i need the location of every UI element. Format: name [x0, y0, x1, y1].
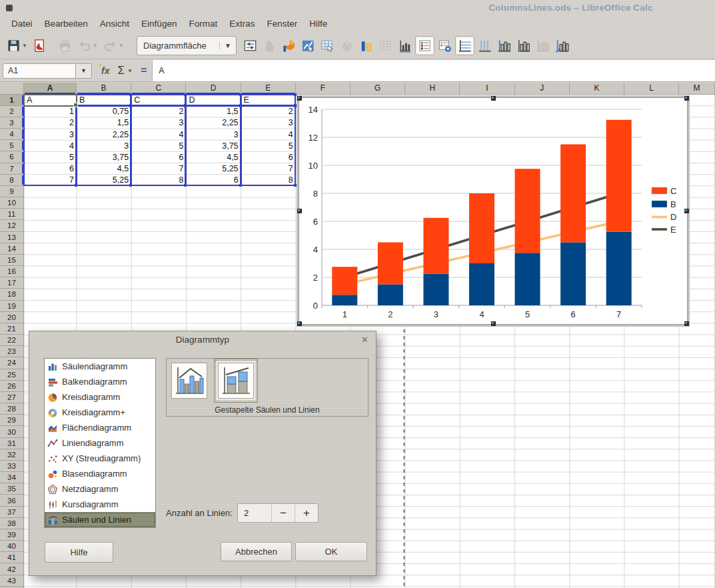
combobox-dropdown-icon[interactable]: ▼: [219, 42, 236, 49]
row-header-31[interactable]: 31: [0, 438, 24, 449]
column-header-M[interactable]: M: [679, 83, 715, 95]
row-header-12[interactable]: 12: [0, 220, 24, 231]
row-header-22[interactable]: 22: [0, 335, 24, 346]
column-header-C[interactable]: C: [131, 83, 186, 95]
column-header-E[interactable]: E: [241, 83, 296, 95]
chart-object[interactable]: 024681012141234567CBDE: [297, 96, 689, 326]
data-ranges-button[interactable]: [299, 37, 317, 55]
row-header-34[interactable]: 34: [0, 472, 24, 483]
column-header-B[interactable]: B: [77, 83, 131, 95]
chart-type-item-bubble[interactable]: Blasendiagramm: [45, 466, 155, 481]
y-axis-button[interactable]: [495, 37, 513, 55]
row-header-27[interactable]: 27: [0, 392, 24, 403]
row-header-10[interactable]: 10: [0, 197, 24, 209]
row-header-36[interactable]: 36: [0, 495, 24, 506]
row-header-25[interactable]: 25: [0, 369, 24, 381]
chart-type-item-colline[interactable]: Säulen und Linien: [45, 512, 155, 527]
row-header-6[interactable]: 6: [0, 151, 24, 163]
row-header-23[interactable]: 23: [0, 346, 24, 357]
name-box[interactable]: A1: [3, 63, 76, 79]
dialog-close-icon[interactable]: ✕: [361, 335, 368, 345]
chart-type-list[interactable]: SäulendiagrammBalkendiagrammKreisdiagram…: [44, 358, 156, 528]
menu-einfgen[interactable]: Einfügen: [135, 17, 183, 31]
row-header-39[interactable]: 39: [0, 529, 24, 541]
subtype-stacked-columns-and-lines[interactable]: [218, 363, 254, 399]
chart-type-item-area[interactable]: Flächendiagramm: [45, 420, 155, 435]
column-header-H[interactable]: H: [405, 83, 460, 95]
active-cell-A1[interactable]: [23, 94, 77, 107]
lines-increase-button[interactable]: +: [295, 504, 318, 522]
row-header-26[interactable]: 26: [0, 381, 24, 392]
function-wizard-icon[interactable]: fx: [101, 65, 109, 76]
row-header-38[interactable]: 38: [0, 518, 24, 529]
export-pdf-button[interactable]: [31, 37, 49, 55]
help-button[interactable]: Hilfe: [45, 542, 113, 563]
name-box-dropdown-icon[interactable]: ▼: [76, 63, 92, 79]
x-axis-button[interactable]: [514, 37, 532, 55]
chart-selection-handle[interactable]: [684, 209, 689, 213]
select-all-corner[interactable]: [0, 83, 24, 95]
chart-selection-handle[interactable]: [297, 96, 302, 101]
row-header-42[interactable]: 42: [0, 563, 24, 575]
data-series-in-rows-button[interactable]: [357, 37, 375, 55]
chart-selection-handle[interactable]: [491, 96, 496, 101]
row-header-17[interactable]: 17: [0, 277, 24, 289]
row-header-37[interactable]: 37: [0, 507, 24, 518]
chart-type-button[interactable]: [280, 37, 298, 55]
column-header-F[interactable]: F: [296, 83, 351, 95]
titles-button[interactable]: [396, 37, 414, 55]
chart-selection-handle[interactable]: [297, 321, 302, 326]
row-header-9[interactable]: 9: [0, 186, 24, 197]
row-header-28[interactable]: 28: [0, 403, 24, 415]
row-header-41[interactable]: 41: [0, 552, 24, 563]
menu-format[interactable]: Format: [183, 17, 223, 31]
column-header-L[interactable]: L: [624, 83, 679, 95]
row-header-3[interactable]: 3: [0, 117, 24, 129]
formula-input[interactable]: A: [152, 60, 715, 81]
column-header-J[interactable]: J: [515, 83, 570, 95]
data-table-button[interactable]: [319, 37, 337, 55]
row-header-33[interactable]: 33: [0, 461, 24, 472]
subtype-stacked-columns-and-lines-selected[interactable]: [214, 359, 258, 403]
row-header-40[interactable]: 40: [0, 541, 24, 552]
row-header-15[interactable]: 15: [0, 255, 24, 266]
vertical-grids-button[interactable]: [476, 37, 494, 55]
chart-selection-handle[interactable]: [491, 321, 496, 326]
column-header-D[interactable]: D: [186, 83, 241, 95]
chart-type-item-stock[interactable]: Kursdiagramm: [45, 497, 155, 512]
cancel-button[interactable]: Abbrechen: [221, 542, 292, 561]
column-header-G[interactable]: G: [351, 83, 405, 95]
row-header-35[interactable]: 35: [0, 483, 24, 495]
menu-datei[interactable]: Datei: [5, 17, 39, 31]
formula-icon[interactable]: =: [141, 65, 147, 77]
ok-button[interactable]: OK: [295, 542, 367, 561]
legend-options-button[interactable]: [436, 37, 454, 55]
row-header-4[interactable]: 4: [0, 129, 24, 140]
legend-on-off-button[interactable]: [415, 36, 434, 55]
chart-type-item-donut[interactable]: Kreisdiagramm+: [45, 405, 155, 420]
row-header-13[interactable]: 13: [0, 232, 24, 243]
menu-bearbeiten[interactable]: Bearbeiten: [39, 17, 94, 31]
row-header-2[interactable]: 2: [0, 106, 24, 117]
row-header-43[interactable]: 43: [0, 575, 24, 587]
row-header-5[interactable]: 5: [0, 140, 24, 151]
column-header-K[interactable]: K: [570, 83, 624, 95]
menu-ansicht[interactable]: Ansicht: [94, 17, 135, 31]
chart-type-item-column[interactable]: Säulendiagramm: [45, 359, 155, 374]
row-header-24[interactable]: 24: [0, 357, 24, 369]
chart-selection-handle[interactable]: [684, 96, 689, 101]
chart-canvas[interactable]: 024681012141234567CBDE: [299, 98, 687, 324]
select-chart-element-combobox[interactable]: Diagrammfläche▼: [137, 36, 237, 55]
row-header-11[interactable]: 11: [0, 209, 24, 220]
horizontal-grids-button[interactable]: [455, 36, 474, 55]
row-header-30[interactable]: 30: [0, 426, 24, 437]
sum-icon[interactable]: Σ: [117, 64, 125, 77]
chart-type-item-pie[interactable]: Kreisdiagramm: [45, 389, 155, 405]
chart-selection-handle[interactable]: [297, 209, 302, 213]
row-header-18[interactable]: 18: [0, 289, 24, 300]
lines-decrease-button[interactable]: −: [271, 504, 295, 522]
row-header-21[interactable]: 21: [0, 323, 24, 335]
row-header-1[interactable]: 1: [0, 95, 24, 106]
chart-type-item-net[interactable]: Netzdiagramm: [45, 481, 155, 497]
lines-count-value[interactable]: 2: [238, 508, 271, 518]
